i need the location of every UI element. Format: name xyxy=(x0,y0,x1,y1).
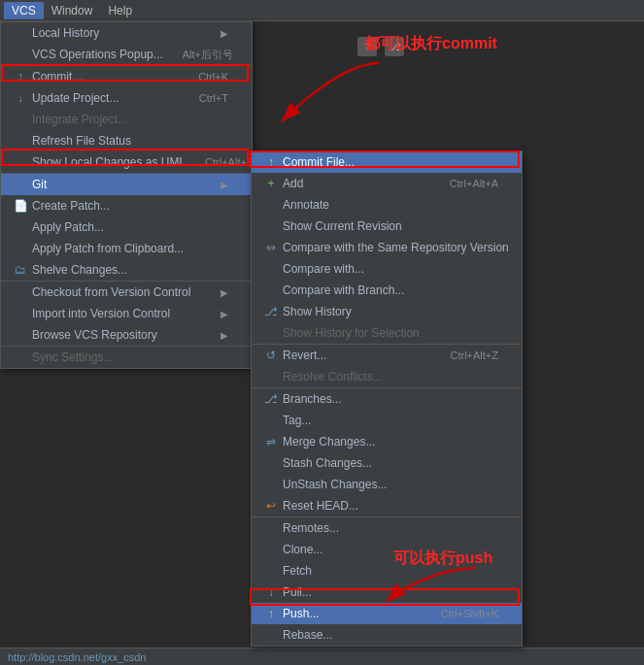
menu-item-show-history[interactable]: ⎇ Show History xyxy=(252,301,522,322)
browse-arrow: ▶ xyxy=(220,330,228,341)
menu-item-branches[interactable]: ⎇ Branches... xyxy=(252,387,522,410)
menu-item-rebase[interactable]: Rebase... xyxy=(252,624,522,646)
question-icon: ? xyxy=(357,37,377,56)
uml-icon xyxy=(13,154,28,170)
menu-item-stash[interactable]: Stash Changes... xyxy=(252,452,522,474)
menu-item-refresh[interactable]: Refresh File Status xyxy=(1,130,252,151)
unstash-icon xyxy=(263,477,279,492)
compare-with-icon xyxy=(263,261,279,277)
git-menu-icon xyxy=(13,177,28,192)
menu-item-shelve[interactable]: 🗂 Shelve Changes... xyxy=(1,259,252,281)
commit-file-icon: ↑ xyxy=(263,154,279,170)
git-icon: ⎇ xyxy=(385,37,404,56)
menu-item-tag[interactable]: Tag... xyxy=(252,410,522,431)
menu-item-create-patch[interactable]: 📄 Create Patch... xyxy=(1,195,252,216)
menu-item-unstash[interactable]: UnStash Changes... xyxy=(252,474,522,495)
local-history-icon xyxy=(13,25,28,41)
push-icon: ↑ xyxy=(263,606,279,621)
menu-item-compare-repo[interactable]: ⇔ Compare with the Same Repository Versi… xyxy=(252,237,522,258)
menu-item-show-history-selection: Show History for Selection xyxy=(252,322,522,344)
vcs-menu-item[interactable]: VCS xyxy=(4,2,44,19)
menu-item-update-project[interactable]: ↓ Update Project... Ctrl+T xyxy=(1,87,252,109)
menu-bar: VCS Window Help xyxy=(0,0,644,21)
menu-item-vcs-operations[interactable]: VCS Operations Popup... Alt+后引号 xyxy=(1,44,252,65)
menu-item-git[interactable]: Git ▶ xyxy=(1,173,252,195)
submenu-arrow: ▶ xyxy=(220,28,228,39)
menu-item-browse-vcs[interactable]: Browse VCS Repository ▶ xyxy=(1,324,252,346)
menu-item-apply-patch-clipboard[interactable]: Apply Patch from Clipboard... xyxy=(1,238,252,259)
help-menu-item[interactable]: Help xyxy=(100,2,140,19)
vcs-ops-icon xyxy=(13,47,28,62)
refresh-icon xyxy=(13,133,28,149)
commit-icon: ↑ xyxy=(13,69,28,84)
menu-item-show-current-revision[interactable]: Show Current Revision xyxy=(252,216,522,237)
menu-item-add[interactable]: + Add Ctrl+Alt+A xyxy=(252,173,522,194)
menu-item-import-vcs[interactable]: Import into Version Control ▶ xyxy=(1,303,252,324)
menu-item-commit[interactable]: ↑ Commit... Ctrl+K xyxy=(1,65,252,87)
menu-item-commit-file[interactable]: ↑ Commit File... xyxy=(252,151,522,173)
revert-icon: ↺ xyxy=(263,348,279,363)
compare-branch-icon xyxy=(263,283,279,298)
compare-repo-icon: ⇔ xyxy=(263,240,279,255)
fetch-icon xyxy=(263,563,279,579)
menu-item-revert[interactable]: ↺ Revert... Ctrl+Alt+Z xyxy=(252,344,522,366)
menu-item-annotate[interactable]: Annotate xyxy=(252,194,522,216)
current-revision-icon xyxy=(263,218,279,234)
clipboard-icon xyxy=(13,241,28,256)
toolbar-icons: ? ⎇ xyxy=(350,29,644,64)
git-arrow: ▶ xyxy=(220,180,228,190)
reset-icon: ↩ xyxy=(263,498,279,514)
shelve-icon: 🗂 xyxy=(13,262,28,278)
apply-patch-icon xyxy=(13,219,28,235)
git-dropdown: ↑ Commit File... + Add Ctrl+Alt+A Annota… xyxy=(251,150,523,647)
menu-item-sync-settings: Sync Settings... xyxy=(1,346,252,368)
browse-icon xyxy=(13,327,28,343)
clone-icon xyxy=(263,542,279,557)
tag-icon xyxy=(263,413,279,428)
menu-item-local-history[interactable]: Local History ▶ xyxy=(1,22,252,44)
menu-item-reset-head[interactable]: ↩ Reset HEAD... xyxy=(252,495,522,516)
menu-item-resolve-conflicts: Resolve Conflicts... xyxy=(252,366,522,387)
branches-icon: ⎇ xyxy=(263,391,279,407)
integrate-icon xyxy=(13,112,28,127)
menu-item-clone[interactable]: Clone... xyxy=(252,539,522,560)
merge-icon: ⇌ xyxy=(263,434,279,449)
menu-item-show-uml[interactable]: Show Local Changes as UML Ctrl+Alt+Shift… xyxy=(1,151,252,173)
remotes-icon xyxy=(263,520,279,536)
url-bar: http://blog.csdn.net/gxx_csdn xyxy=(0,648,644,665)
patch-icon: 📄 xyxy=(13,198,28,214)
menu-item-pull[interactable]: ↓ Pull... xyxy=(252,582,522,603)
update-icon: ↓ xyxy=(13,90,28,106)
menu-item-merge[interactable]: ⇌ Merge Changes... xyxy=(252,431,522,452)
add-icon: + xyxy=(263,176,279,191)
history-icon: ⎇ xyxy=(263,304,279,319)
sync-icon xyxy=(13,349,28,365)
menu-item-checkout[interactable]: Checkout from Version Control ▶ xyxy=(1,281,252,303)
window-menu-item[interactable]: Window xyxy=(44,2,101,19)
annotate-icon xyxy=(263,197,279,213)
menu-item-remotes[interactable]: Remotes... xyxy=(252,516,522,539)
import-vcs-icon xyxy=(13,306,28,321)
rebase-icon xyxy=(263,627,279,643)
vcs-dropdown: Local History ▶ VCS Operations Popup... … xyxy=(0,21,253,369)
menu-item-fetch[interactable]: Fetch xyxy=(252,560,522,582)
menu-item-push[interactable]: ↑ Push... Ctrl+Shift+K xyxy=(252,603,522,624)
history-selection-icon xyxy=(263,325,279,341)
pull-icon: ↓ xyxy=(263,584,279,600)
checkout-arrow: ▶ xyxy=(220,287,228,298)
checkout-icon xyxy=(13,284,28,300)
menu-item-integrate-project: Integrate Project... xyxy=(1,109,252,130)
menu-item-compare-with[interactable]: Compare with... xyxy=(252,258,522,280)
resolve-icon xyxy=(263,369,279,384)
import-arrow: ▶ xyxy=(220,309,228,319)
stash-icon xyxy=(263,455,279,471)
menu-item-compare-branch[interactable]: Compare with Branch... xyxy=(252,280,522,301)
menu-item-apply-patch[interactable]: Apply Patch... xyxy=(1,216,252,238)
